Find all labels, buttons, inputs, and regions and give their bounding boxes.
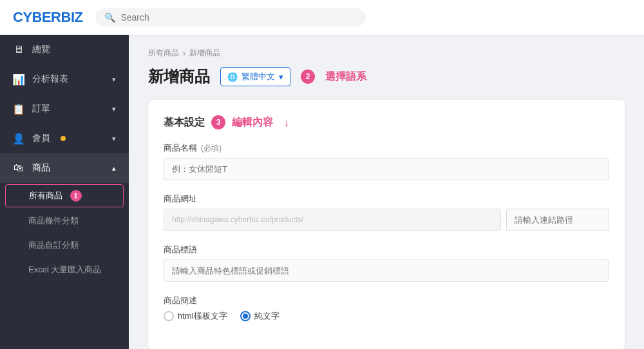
orders-icon: 📋 <box>13 103 24 115</box>
sidebar-item-label: 分析報表 <box>32 73 68 85</box>
url-suffix-input[interactable] <box>506 209 609 231</box>
chevron-down-icon: ▾ <box>279 72 283 82</box>
breadcrumb: 所有商品 › 新增商品 <box>148 48 625 59</box>
step1-badge: 1 <box>70 190 82 202</box>
basic-settings-label: 基本設定 <box>164 116 205 129</box>
breadcrumb-current: 新增商品 <box>189 48 220 59</box>
members-icon: 👤 <box>13 133 24 144</box>
sidebar-item-overview[interactable]: 🖥 總覽 <box>0 35 129 64</box>
chevron-up-icon: ▴ <box>112 164 116 173</box>
search-input[interactable] <box>120 12 357 23</box>
sidebar-item-label: 會員 <box>32 133 50 144</box>
chevron-down-icon: ▾ <box>112 135 116 143</box>
radio-circle-html <box>164 311 174 321</box>
sidebar-sub-item-excel-import[interactable]: Excel 大量匯入商品 <box>0 258 129 282</box>
breadcrumb-parent: 所有商品 <box>148 48 179 59</box>
step3-label: 編輯內容 <box>232 116 273 129</box>
step3-badge: 3 <box>211 115 225 129</box>
html-template-option[interactable]: html樣板文字 <box>164 310 227 322</box>
product-url-label: 商品網址 <box>164 193 609 205</box>
search-bar[interactable]: 🔍 <box>95 8 366 26</box>
search-icon: 🔍 <box>104 12 115 23</box>
page-title: 新增商品 <box>148 66 210 87</box>
sidebar-sub-item-product-custom[interactable]: 商品自訂分類 <box>0 233 129 258</box>
lang-label: 繁體中文 <box>242 71 275 82</box>
section-title: 基本設定 3 編輯內容 ↓ <box>164 115 609 129</box>
sidebar-item-analytics[interactable]: 📊 分析報表 ▾ <box>0 64 129 94</box>
sidebar-item-label: 訂單 <box>32 103 50 115</box>
product-url-group: 商品網址 http://shinagawa.cyberbiz.co/produc… <box>164 193 609 231</box>
language-selector-button[interactable]: 🌐 繁體中文 ▾ <box>220 67 290 86</box>
arrow-down-icon: ↓ <box>283 116 289 129</box>
step3-row: 編輯內容 ↓ <box>232 116 289 129</box>
radio-circle-plain <box>240 311 251 321</box>
product-desc-group: 商品簡述 html樣板文字 純文字 <box>164 295 609 322</box>
notification-dot <box>61 136 66 141</box>
url-row: http://shinagawa.cyberbiz.co/products/ <box>164 209 609 231</box>
analytics-icon: 📊 <box>13 73 24 85</box>
radio-group: html樣板文字 純文字 <box>164 310 609 322</box>
sidebar-item-members[interactable]: 👤 會員 ▾ <box>0 124 129 153</box>
main-layout: 🖥 總覽 📊 分析報表 ▾ 📋 訂單 ▾ 👤 會員 ▾ 🛍 商品 ▴ 所有商品 <box>0 35 644 349</box>
overview-icon: 🖥 <box>13 44 24 55</box>
product-slogan-label: 商品標語 <box>164 244 609 256</box>
sidebar-sub-item-product-conditions[interactable]: 商品條件分類 <box>0 209 129 233</box>
content-area: 所有商品 › 新增商品 新增商品 🌐 繁體中文 ▾ 2 選擇語系 基本設定 3 … <box>129 35 644 349</box>
sidebar-item-orders[interactable]: 📋 訂單 ▾ <box>0 94 129 124</box>
form-card: 基本設定 3 編輯內容 ↓ 商品名稱 (必填) 商品網址 <box>148 100 625 349</box>
url-prefix: http://shinagawa.cyberbiz.co/products/ <box>164 209 501 231</box>
sidebar: 🖥 總覽 📊 分析報表 ▾ 📋 訂單 ▾ 👤 會員 ▾ 🛍 商品 ▴ 所有商品 <box>0 35 129 349</box>
step2-badge: 2 <box>301 70 315 84</box>
product-name-input[interactable] <box>164 158 609 180</box>
chevron-down-icon: ▾ <box>112 105 116 113</box>
breadcrumb-separator: › <box>183 49 185 58</box>
logo: CYBERBIZ <box>13 9 82 26</box>
plain-text-option[interactable]: 純文字 <box>240 310 279 322</box>
product-name-group: 商品名稱 (必填) <box>164 142 609 180</box>
sidebar-item-products[interactable]: 🛍 商品 ▴ <box>0 153 129 183</box>
product-slogan-group: 商品標語 <box>164 244 609 282</box>
page-title-row: 新增商品 🌐 繁體中文 ▾ 2 選擇語系 <box>148 66 625 87</box>
product-desc-label: 商品簡述 <box>164 295 609 307</box>
globe-icon: 🌐 <box>227 72 238 82</box>
products-icon: 🛍 <box>13 162 24 174</box>
sidebar-item-label: 總覽 <box>32 44 50 55</box>
header: CYBERBIZ 🔍 <box>0 0 644 35</box>
product-name-label: 商品名稱 (必填) <box>164 142 609 154</box>
sidebar-item-label: 商品 <box>32 162 50 174</box>
sidebar-sub-item-all-products[interactable]: 所有商品 1 <box>5 184 124 207</box>
step2-label: 選擇語系 <box>325 70 366 84</box>
chevron-down-icon: ▾ <box>112 75 116 84</box>
product-slogan-input[interactable] <box>164 259 609 282</box>
